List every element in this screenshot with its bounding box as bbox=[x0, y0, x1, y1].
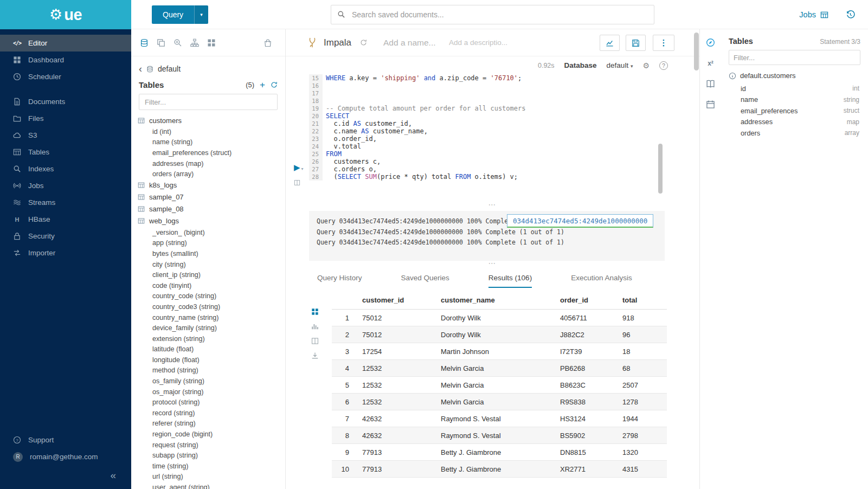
chart-settings-button[interactable] bbox=[600, 35, 620, 51]
assist-column[interactable]: code (tinyint) bbox=[138, 280, 285, 291]
assist-column[interactable]: orders (array) bbox=[138, 169, 285, 179]
assist-column[interactable]: user_agent (string) bbox=[138, 482, 285, 489]
assist-table-web_logs[interactable]: web_logs bbox=[138, 215, 285, 227]
assist-column[interactable]: id (int) bbox=[138, 126, 285, 137]
results-row[interactable]: 842632Raymond S. VestalBS59022798 bbox=[332, 427, 667, 444]
code-editor[interactable]: ▶▾ 15WHERE a.key = 'shipping' and a.zip_… bbox=[286, 74, 699, 202]
sidebar-item-security[interactable]: Security bbox=[0, 228, 131, 244]
assist-column[interactable]: client_ip (string) bbox=[138, 269, 285, 280]
sidebar-collapse-button[interactable]: « bbox=[0, 465, 131, 488]
query-description-input[interactable] bbox=[449, 38, 522, 47]
query-name-input[interactable] bbox=[383, 38, 440, 48]
more-actions-button[interactable]: ⋮ bbox=[653, 35, 674, 51]
results-col-customer_id[interactable]: customer_id bbox=[358, 293, 436, 310]
assist-column[interactable]: region_code (bigint) bbox=[138, 429, 285, 440]
tab-results-106[interactable]: Results (106) bbox=[488, 274, 532, 288]
compass-icon[interactable] bbox=[706, 38, 715, 47]
editor-settings-icon[interactable] bbox=[294, 179, 300, 186]
tab-query-history[interactable]: Query History bbox=[317, 274, 362, 287]
assist-column[interactable]: country_code (string) bbox=[138, 291, 285, 302]
calendar-icon[interactable] bbox=[706, 100, 715, 109]
sidebar-item-scheduler[interactable]: Scheduler bbox=[0, 68, 131, 85]
breadcrumb-database[interactable]: default bbox=[158, 65, 181, 73]
database-icon[interactable] bbox=[140, 38, 149, 47]
history-button[interactable] bbox=[846, 10, 855, 20]
assist-column[interactable]: latitude (float) bbox=[138, 344, 285, 355]
results-row[interactable]: 275012Dorothy WilkJ882C296 bbox=[332, 326, 667, 343]
jobs-link[interactable]: Jobs bbox=[799, 10, 828, 19]
grid-icon[interactable] bbox=[311, 308, 319, 316]
assist-column[interactable]: country_code3 (string) bbox=[138, 301, 285, 312]
assist-column[interactable]: device_family (string) bbox=[138, 323, 285, 333]
results-col-order_id[interactable]: order_id bbox=[556, 293, 618, 310]
query-button[interactable]: Query bbox=[152, 5, 194, 24]
active-table[interactable]: default.customers bbox=[729, 65, 860, 83]
assist-column[interactable]: country_name (string) bbox=[138, 312, 285, 323]
assist-table-sample_07[interactable]: sample_07 bbox=[138, 191, 285, 203]
results-row[interactable]: 512532Melvin GarciaB8623C2507 bbox=[332, 377, 667, 394]
help-icon[interactable]: ? bbox=[659, 61, 668, 70]
database-selector[interactable]: default ▾ bbox=[607, 61, 633, 69]
results-row[interactable]: 317254Martin JohnsonI72T3918 bbox=[332, 343, 667, 360]
bag-icon[interactable] bbox=[263, 38, 272, 47]
results-col-customer_name[interactable]: customer_name bbox=[436, 293, 556, 310]
assist-column[interactable]: protocol (string) bbox=[138, 397, 285, 408]
book-icon[interactable] bbox=[706, 79, 715, 88]
sidebar-item-support[interactable]: ? Support bbox=[0, 432, 131, 448]
schema-column-row[interactable]: namestring bbox=[729, 94, 860, 106]
assist-column[interactable]: subapp (string) bbox=[138, 450, 285, 461]
search-input[interactable] bbox=[331, 5, 654, 24]
query-dropdown-caret[interactable]: ▾ bbox=[194, 5, 208, 24]
download-icon[interactable] bbox=[311, 352, 319, 359]
refresh-icon[interactable] bbox=[271, 81, 278, 88]
tab-execution-analysis[interactable]: Execution Analysis bbox=[571, 274, 632, 287]
results-row[interactable]: 175012Dorothy Wilk4056711918 bbox=[332, 310, 667, 326]
grid-icon[interactable] bbox=[207, 38, 216, 47]
results-row[interactable]: 742632Raymond S. VestalHS31241944 bbox=[332, 410, 667, 427]
assist-column[interactable]: city (string) bbox=[138, 259, 285, 270]
info-icon[interactable] bbox=[729, 72, 736, 80]
results-row[interactable]: 1077913Betty J. GiambroneXR27714315 bbox=[332, 461, 667, 478]
assist-column[interactable]: extension (string) bbox=[138, 333, 285, 344]
assist-column[interactable]: record (string) bbox=[138, 408, 285, 419]
execute-button[interactable]: ▶▾ bbox=[294, 163, 304, 171]
sidebar-item-editor[interactable]: </>Editor bbox=[0, 35, 131, 52]
resize-handle[interactable]: ⋯ bbox=[286, 261, 699, 269]
schema-column-row[interactable]: addressesmap bbox=[729, 117, 860, 128]
assist-column[interactable]: referer (string) bbox=[138, 419, 285, 429]
schema-column-row[interactable]: email_preferencesstruct bbox=[729, 105, 860, 117]
zoomplus-icon[interactable] bbox=[173, 38, 182, 47]
add-table-icon[interactable]: + bbox=[260, 80, 265, 89]
tab-saved-queries[interactable]: Saved Queries bbox=[401, 274, 449, 287]
query-id-tooltip[interactable]: 034d413ec7474ed5:4249de1000000000 bbox=[507, 214, 653, 228]
copy-icon[interactable] bbox=[157, 38, 165, 47]
results-row[interactable]: 412532Melvin GarciaPB626868 bbox=[332, 360, 667, 377]
columns-icon[interactable] bbox=[311, 337, 319, 345]
schema-column-row[interactable]: ordersarray bbox=[729, 127, 860, 139]
sidebar-item-tables[interactable]: Tables bbox=[0, 144, 131, 160]
sidebar-item-streams[interactable]: Streams bbox=[0, 194, 131, 211]
assist-table-k8s_logs[interactable]: k8s_logs bbox=[138, 179, 285, 191]
functions-icon[interactable]: x² bbox=[706, 59, 715, 68]
sidebar-item-indexes[interactable]: Indexes bbox=[0, 160, 131, 177]
settings-gear-icon[interactable]: ⚙ bbox=[642, 61, 650, 70]
assist-column[interactable]: longitude (float) bbox=[138, 355, 285, 365]
editor-scrollbar[interactable] bbox=[658, 144, 663, 194]
resize-handle[interactable]: ⋯ bbox=[286, 202, 699, 211]
assist-column[interactable]: _version_ (bigint) bbox=[138, 227, 285, 238]
save-button[interactable] bbox=[626, 35, 646, 51]
assist-table-sample_08[interactable]: sample_08 bbox=[138, 203, 285, 215]
back-chevron-icon[interactable]: ‹ bbox=[139, 64, 142, 74]
right-filter-input[interactable] bbox=[729, 50, 860, 65]
assist-column[interactable]: addresses (map) bbox=[138, 158, 285, 169]
sidebar-item-files[interactable]: Files bbox=[0, 110, 131, 127]
assist-column[interactable]: time (string) bbox=[138, 461, 285, 472]
assist-column[interactable]: url (string) bbox=[138, 472, 285, 482]
assist-column[interactable]: request (string) bbox=[138, 440, 285, 451]
sidebar-user[interactable]: R romain@gethue.com bbox=[0, 448, 131, 465]
barchart-icon[interactable] bbox=[311, 323, 319, 330]
assist-column[interactable]: os_family (string) bbox=[138, 376, 285, 387]
assist-filter-input[interactable] bbox=[139, 94, 278, 110]
results-row[interactable]: 612532Melvin GarciaR9S8381278 bbox=[332, 394, 667, 410]
hue-logo[interactable]: ⚙ue bbox=[0, 0, 131, 29]
